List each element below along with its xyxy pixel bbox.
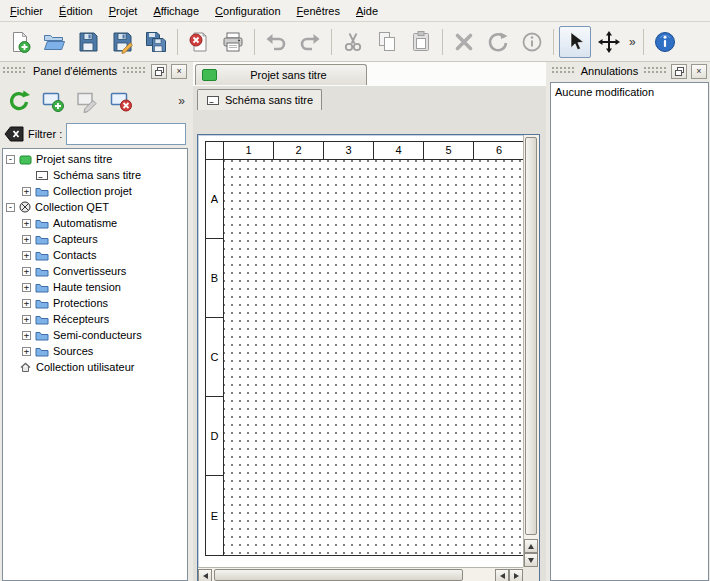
filter-input[interactable] — [66, 123, 186, 145]
expander-icon[interactable]: + — [22, 219, 31, 228]
menu-configuration[interactable]: Configuration — [207, 2, 288, 20]
tree-item-contacts[interactable]: + Contacts — [3, 247, 187, 263]
close-file-icon — [187, 30, 211, 54]
tree-item-label: Collection QET — [35, 201, 109, 213]
qet-collection-icon — [19, 201, 31, 213]
elements-tree[interactable]: - Projet sans titre Schéma sans titre + … — [2, 148, 188, 581]
delete-element-button[interactable] — [104, 84, 138, 118]
about-button[interactable] — [649, 26, 681, 58]
tree-item-semi-conducteurs[interactable]: + Semi-conducteurs — [3, 327, 187, 343]
scroll-down-button[interactable] — [524, 553, 538, 567]
scroll-left-button[interactable] — [198, 569, 212, 581]
menu-aide[interactable]: Aide — [348, 2, 386, 20]
move-tool-button[interactable] — [593, 26, 625, 58]
expander-icon[interactable]: + — [22, 315, 31, 324]
horizontal-scrollbar[interactable] — [198, 567, 523, 581]
delete-button[interactable] — [448, 26, 480, 58]
tree-item-collection-utilisateur[interactable]: Collection utilisateur — [3, 359, 187, 375]
elements-panel-overflow-button[interactable]: » — [175, 94, 188, 108]
cut-button[interactable] — [337, 26, 369, 58]
info-button[interactable] — [516, 26, 548, 58]
rotate-button[interactable] — [482, 26, 514, 58]
reload-collections-button[interactable] — [2, 84, 36, 118]
copy-button[interactable] — [371, 26, 403, 58]
float-panel-button[interactable] — [671, 64, 687, 79]
expander-icon[interactable]: + — [22, 299, 31, 308]
tree-item-protections[interactable]: + Protections — [3, 295, 187, 311]
tree-item-recepteurs[interactable]: + Récepteurs — [3, 311, 187, 327]
clear-filter-button[interactable] — [4, 126, 24, 142]
scroll-right-button[interactable] — [509, 569, 523, 581]
paste-button[interactable] — [405, 26, 437, 58]
row-label: B — [206, 239, 223, 318]
scroll-up-button[interactable] — [524, 539, 538, 553]
tree-item-sources[interactable]: + Sources — [3, 343, 187, 359]
row-label: E — [206, 476, 223, 555]
project-tab[interactable]: Projet sans titre — [195, 64, 367, 85]
save-button[interactable] — [72, 26, 104, 58]
close-panel-button[interactable]: × — [171, 64, 187, 79]
elements-panel-titlebar[interactable]: Panel d'éléments × — [0, 62, 190, 80]
expander-icon[interactable]: + — [22, 331, 31, 340]
new-element-button[interactable] — [36, 84, 70, 118]
tree-item-label: Automatisme — [53, 217, 117, 229]
save-as-button[interactable] — [106, 26, 138, 58]
folder-icon — [35, 218, 49, 229]
undo-button[interactable] — [260, 26, 292, 58]
tree-item-automatisme[interactable]: + Automatisme — [3, 215, 187, 231]
tree-item-schema[interactable]: Schéma sans titre — [3, 167, 187, 183]
open-project-button[interactable] — [38, 26, 70, 58]
undo-history-list[interactable]: Aucune modification — [550, 82, 709, 581]
tree-item-collection-qet[interactable]: - Collection QET — [3, 199, 187, 215]
scrollbar-corner — [523, 567, 539, 581]
vertical-scroll-thumb[interactable] — [525, 137, 537, 535]
tree-item-haute-tension[interactable]: + Haute tension — [3, 279, 187, 295]
float-panel-button[interactable] — [151, 64, 167, 79]
expander-icon[interactable]: + — [22, 187, 31, 196]
redo-button[interactable] — [294, 26, 326, 58]
new-document-button[interactable] — [4, 26, 36, 58]
row-label: A — [206, 160, 223, 239]
schema-tab[interactable]: Schéma sans titre — [197, 89, 322, 110]
redo-icon — [298, 30, 322, 54]
schema-view[interactable]: 1 2 3 4 5 6 A B C D E — [197, 134, 540, 581]
menu-projet[interactable]: Projet — [101, 2, 146, 20]
schema-canvas[interactable]: 1 2 3 4 5 6 A B C D E — [199, 136, 523, 567]
delete-element-icon — [109, 89, 133, 113]
tree-item-capteurs[interactable]: + Capteurs — [3, 231, 187, 247]
scroll-left-button-2[interactable] — [495, 569, 509, 581]
print-button[interactable] — [217, 26, 249, 58]
menu-edition[interactable]: Édition — [51, 2, 101, 20]
mdi-workspace: Projet sans titre Schéma sans titre 1 2 — [193, 62, 546, 581]
menu-fenetres[interactable]: Fenêtres — [289, 2, 348, 20]
toolbar-overflow-button[interactable]: » — [626, 35, 639, 49]
save-as-icon — [110, 30, 134, 54]
grid-dots[interactable] — [224, 160, 523, 555]
tree-item-label: Protections — [53, 297, 108, 309]
undo-panel-titlebar[interactable]: Annulations × — [549, 62, 710, 80]
menu-fichier[interactable]: Fichier — [2, 2, 51, 20]
expander-icon[interactable]: - — [6, 203, 15, 212]
expander-icon[interactable]: + — [22, 251, 31, 260]
expander-icon[interactable]: - — [6, 155, 15, 164]
select-tool-button[interactable] — [559, 26, 591, 58]
vertical-scroll-track[interactable] — [524, 135, 539, 539]
vertical-scrollbar[interactable] — [523, 135, 539, 567]
expander-icon[interactable]: + — [22, 235, 31, 244]
edit-element-button[interactable] — [70, 84, 104, 118]
save-all-button[interactable] — [140, 26, 172, 58]
horizontal-scroll-thumb[interactable] — [214, 569, 463, 581]
close-panel-button[interactable]: × — [691, 64, 707, 79]
tree-item-projet[interactable]: - Projet sans titre — [3, 151, 187, 167]
close-file-button[interactable] — [183, 26, 215, 58]
row-label: C — [206, 318, 223, 397]
expander-icon[interactable]: + — [22, 267, 31, 276]
expander-icon[interactable]: + — [22, 283, 31, 292]
horizontal-scroll-track[interactable] — [212, 568, 495, 581]
up-arrow-icon — [528, 544, 534, 549]
menu-affichage[interactable]: Affichage — [145, 2, 207, 20]
elements-panel: Panel d'éléments × » — [0, 62, 190, 581]
expander-icon[interactable]: + — [22, 347, 31, 356]
tree-item-convertisseurs[interactable]: + Convertisseurs — [3, 263, 187, 279]
tree-item-collection-projet[interactable]: + Collection projet — [3, 183, 187, 199]
